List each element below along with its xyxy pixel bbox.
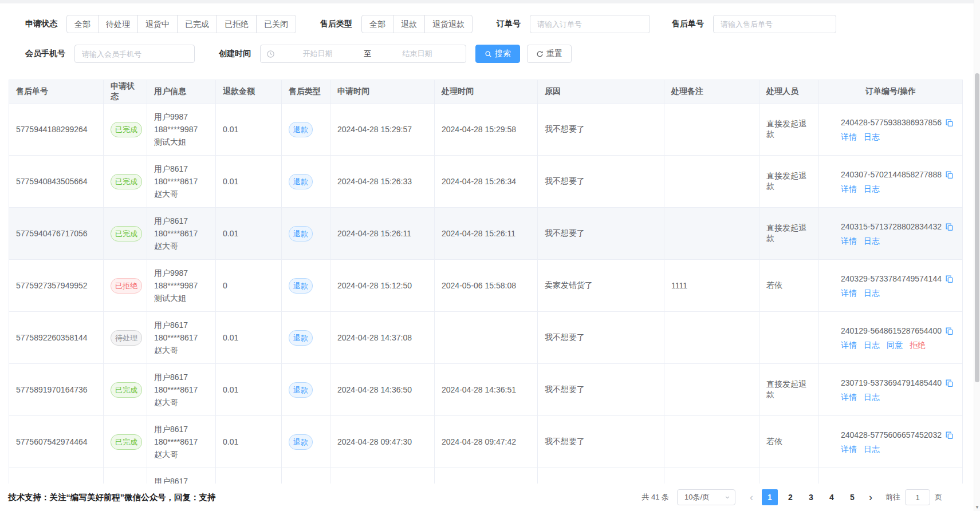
apply-time: 2024-04-28 14:37:08 [330,312,435,364]
table-header-row: 售后单号申请状态用户信息退款金额售后类型申请时间处理时间原因处理备注处理人员订单… [9,80,963,104]
refund-amount: 0.01 [216,156,282,208]
next-page-button[interactable]: › [863,489,879,505]
page-size-select[interactable]: 10条/页 [677,489,735,505]
aftersale-no-label: 售后单号 [672,19,704,29]
column-header: 申请时间 [330,80,435,104]
reason: 我不想要了 [538,416,664,468]
row-action-link[interactable]: 详情 [841,393,857,402]
column-header: 处理备注 [664,80,759,104]
copy-icon[interactable] [945,118,954,127]
copy-icon[interactable] [945,171,954,179]
copy-icon[interactable] [945,431,954,439]
status-filter-button-3[interactable]: 已完成 [177,15,217,33]
handle-time [435,312,538,364]
type-filter-button-0[interactable]: 全部 [361,15,393,33]
goto-page-input[interactable] [905,489,930,505]
handle-remark [664,364,759,416]
date-range-picker[interactable]: 开始日期 至 结束日期 [260,45,466,63]
row-action-link[interactable]: 日志 [864,288,880,298]
type-filter-group: 全部退款退货退款 [361,15,473,33]
page-button-1[interactable]: 1 [762,489,778,505]
table-row: 5775891970164736 已完成 用户8617180****8617赵大… [9,364,963,416]
handle-remark: 1111 [664,260,759,312]
scrollbar-thumb[interactable] [975,73,979,382]
clock-icon [266,50,275,58]
user-info: 用户8617180****8617赵大哥 [147,156,216,208]
filter-panel: 申请状态 全部待处理退货中已完成已拒绝已关闭 售后类型 全部退款退货退款 订单号… [0,3,980,63]
type-filter-button-1[interactable]: 退款 [393,15,425,33]
table-row: 5775944188299264 已完成 用户9987188****9987测试… [9,104,963,156]
footer-bar: 技术支持：关注“编写美好前程”微信公众号，回复：支持 共 41 条 10条/页 … [0,484,980,511]
row-action-link[interactable]: 日志 [864,184,880,193]
type-filter-button-2[interactable]: 退货退款 [424,15,473,33]
row-action-link[interactable]: 详情 [841,184,857,193]
status-filter-button-1[interactable]: 待处理 [98,15,138,33]
table-row: 5775607542974464 已完成 用户8617180****8617赵大… [9,416,963,468]
row-action-link[interactable]: 日志 [864,445,880,454]
user-info: 用户8617180****8617赵大哥 [147,364,216,416]
reason [538,468,664,484]
aftersale-type-badge: 退款 [289,174,313,189]
search-button-label: 搜索 [495,49,511,59]
prev-page-button[interactable]: ‹ [743,489,759,505]
row-action-link[interactable]: 拒绝 [910,340,926,350]
page-button-2[interactable]: 2 [782,489,798,505]
row-action-link[interactable]: 详情 [841,132,857,141]
user-info: 用户8617180****8617赵大哥 [147,468,216,484]
copy-icon[interactable] [945,223,954,231]
handle-time: 2024-04-28 09:47:42 [435,416,538,468]
apply-time: 2024-04-28 15:26:33 [330,156,435,208]
end-date-input[interactable]: 结束日期 [375,49,460,59]
handle-time: 2024-04-28 15:26:34 [435,156,538,208]
user-info: 用户9987188****9987测试大姐 [147,104,216,156]
aftersale-no-input[interactable] [713,15,836,33]
reset-button[interactable]: 重置 [527,45,572,63]
copy-icon[interactable] [945,327,954,335]
copy-icon[interactable] [945,379,954,387]
copy-icon[interactable] [945,275,954,283]
aftersale-type-badge: 退款 [289,278,313,294]
status-filter-group: 全部待处理退货中已完成已拒绝已关闭 [66,15,296,33]
column-header: 处理时间 [435,80,538,104]
row-action-link[interactable]: 日志 [864,393,880,402]
row-action-link[interactable]: 日志 [864,236,880,245]
row-actions: 详情日志 [841,184,955,195]
row-action-link[interactable]: 详情 [841,445,857,454]
scrollbar-down-arrow[interactable]: ▼ [974,505,980,510]
reason: 我不想要了 [538,312,664,364]
handler: 直接发起退款 [759,104,819,156]
order-number: 240428-5775938386937856 [841,116,942,129]
row-action-link[interactable]: 详情 [841,236,857,245]
status-filter-button-5[interactable]: 已关闭 [256,15,296,33]
handle-time: 2024-05-06 15:58:08 [435,260,538,312]
page-button-5[interactable]: 5 [844,489,860,505]
row-action-link[interactable]: 详情 [841,288,857,298]
handle-remark [664,312,759,364]
row-action-link[interactable]: 详情 [841,340,857,350]
row-action-link[interactable]: 日志 [864,340,880,350]
order-no-label: 订单号 [497,19,521,29]
column-header: 售后单号 [9,80,104,104]
row-action-link[interactable]: 日志 [864,132,880,141]
order-number: 230719-5373694791485440 [841,377,942,389]
search-icon [485,50,492,58]
vertical-scrollbar[interactable]: ▼ [974,0,980,511]
status-filter-button-4[interactable]: 已拒绝 [217,15,257,33]
start-date-input[interactable]: 开始日期 [275,49,360,59]
aftersale-type-badge: 退款 [289,330,313,346]
aftersale-table: 售后单号申请状态用户信息退款金额售后类型申请时间处理时间原因处理备注处理人员订单… [9,80,963,484]
page-button-4[interactable]: 4 [824,489,840,505]
status-filter-button-0[interactable]: 全部 [66,15,99,33]
aftersale-number: 5775927357949952 [16,281,88,290]
page-button-3[interactable]: 3 [803,489,819,505]
date-separator: 至 [360,49,375,59]
status-filter-button-2[interactable]: 退货中 [137,15,178,33]
row-action-link[interactable]: 同意 [887,340,903,350]
reason: 我不想要了 [538,104,664,156]
handle-remark [664,416,759,468]
order-no-input[interactable] [530,15,650,33]
search-button[interactable]: 搜索 [475,45,520,63]
phone-input[interactable] [74,45,195,63]
refund-amount: 0 [216,260,282,312]
status-badge: 已拒绝 [111,278,142,294]
